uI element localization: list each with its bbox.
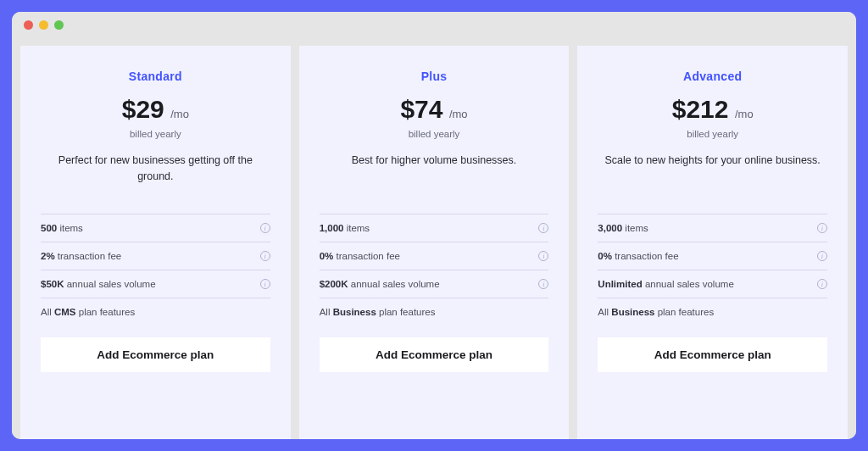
- billing-note: billed yearly: [41, 129, 270, 139]
- minimize-icon[interactable]: [39, 20, 48, 30]
- plan-name: Advanced: [598, 70, 827, 83]
- feature-text: $200K annual sales volume: [320, 279, 440, 289]
- billing-note: billed yearly: [320, 129, 549, 139]
- feature-row: $200K annual sales volume i: [320, 270, 549, 298]
- info-icon[interactable]: i: [260, 251, 270, 261]
- info-icon[interactable]: i: [538, 223, 548, 233]
- info-icon[interactable]: i: [817, 223, 827, 233]
- info-icon[interactable]: i: [538, 251, 548, 261]
- price-period: /mo: [735, 108, 754, 120]
- info-icon[interactable]: i: [817, 279, 827, 289]
- price-row: $212 /mo: [598, 95, 827, 124]
- add-plan-button[interactable]: Add Ecommerce plan: [41, 337, 270, 372]
- window-titlebar: [12, 12, 856, 37]
- feature-list: 500 items i 2% transaction fee i $50K an…: [41, 214, 270, 326]
- info-icon[interactable]: i: [260, 223, 270, 233]
- feature-row: 3,000 items i: [598, 214, 827, 242]
- feature-text: $50K annual sales volume: [41, 279, 156, 289]
- feature-row: 0% transaction fee i: [320, 242, 549, 270]
- feature-text: 500 items: [41, 223, 83, 233]
- feature-row: All CMS plan features: [41, 298, 270, 326]
- feature-text: 3,000 items: [598, 223, 648, 233]
- feature-text: 1,000 items: [320, 223, 370, 233]
- feature-text: All Business plan features: [320, 307, 436, 317]
- price-row: $29 /mo: [41, 95, 270, 124]
- feature-text: All CMS plan features: [41, 307, 135, 317]
- feature-list: 3,000 items i 0% transaction fee i Unlim…: [598, 214, 827, 326]
- add-plan-button[interactable]: Add Ecommerce plan: [320, 337, 549, 372]
- feature-row: All Business plan features: [320, 298, 549, 326]
- maximize-icon[interactable]: [54, 20, 64, 30]
- pricing-card-advanced: Advanced $212 /mo billed yearly Scale to…: [577, 46, 848, 439]
- pricing-card-standard: Standard $29 /mo billed yearly Perfect f…: [20, 46, 291, 439]
- add-plan-button[interactable]: Add Ecommerce plan: [598, 337, 827, 372]
- price-row: $74 /mo: [320, 95, 549, 124]
- app-window: Standard $29 /mo billed yearly Perfect f…: [12, 12, 856, 439]
- plan-name: Standard: [41, 70, 270, 83]
- feature-text: 0% transaction fee: [320, 251, 400, 261]
- plan-description: Best for higher volume businesses.: [320, 153, 549, 205]
- feature-text: Unlimited annual sales volume: [598, 279, 733, 289]
- info-icon[interactable]: i: [260, 279, 270, 289]
- feature-text: All Business plan features: [598, 307, 714, 317]
- feature-row: 0% transaction fee i: [598, 242, 827, 270]
- feature-row: All Business plan features: [598, 298, 827, 326]
- price-period: /mo: [449, 108, 468, 120]
- feature-row: 500 items i: [41, 214, 270, 242]
- feature-list: 1,000 items i 0% transaction fee i $200K…: [320, 214, 549, 326]
- pricing-cards-row: Standard $29 /mo billed yearly Perfect f…: [12, 37, 856, 439]
- feature-row: 1,000 items i: [320, 214, 549, 242]
- close-icon[interactable]: [24, 20, 33, 30]
- feature-row: Unlimited annual sales volume i: [598, 270, 827, 298]
- feature-row: $50K annual sales volume i: [41, 270, 270, 298]
- pricing-card-plus: Plus $74 /mo billed yearly Best for high…: [299, 46, 570, 439]
- info-icon[interactable]: i: [538, 279, 548, 289]
- price-period: /mo: [170, 108, 189, 120]
- price-amount: $29: [122, 95, 164, 123]
- feature-row: 2% transaction fee i: [41, 242, 270, 270]
- plan-name: Plus: [320, 70, 549, 83]
- billing-note: billed yearly: [598, 129, 827, 139]
- plan-description: Scale to new heights for your online bus…: [598, 153, 827, 205]
- feature-text: 2% transaction fee: [41, 251, 121, 261]
- plan-description: Perfect for new businesses getting off t…: [41, 153, 270, 205]
- price-amount: $212: [672, 95, 729, 123]
- price-amount: $74: [400, 95, 442, 123]
- info-icon[interactable]: i: [817, 251, 827, 261]
- feature-text: 0% transaction fee: [598, 251, 678, 261]
